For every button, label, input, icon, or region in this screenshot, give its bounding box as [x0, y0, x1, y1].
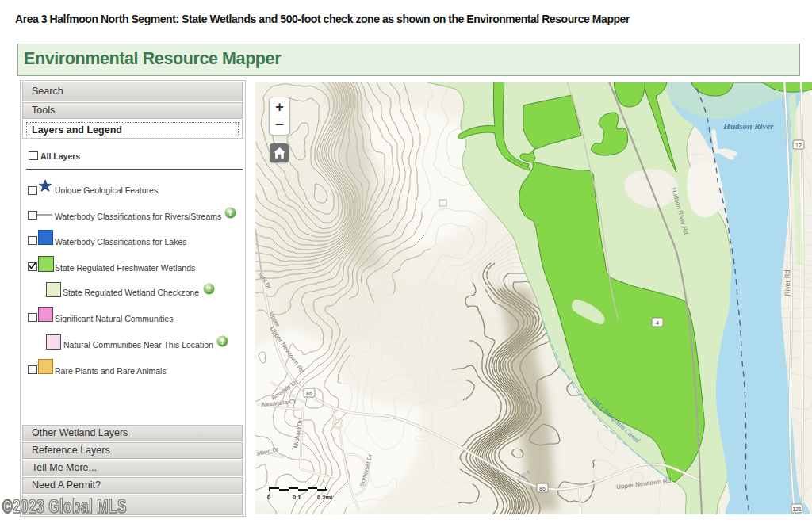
- svg-text:121: 121: [792, 506, 802, 512]
- svg-text:86: 86: [539, 486, 546, 491]
- svg-text:12: 12: [795, 143, 802, 148]
- svg-text:86: 86: [306, 391, 312, 396]
- svg-text:4: 4: [656, 320, 659, 326]
- svg-text:Hudson River: Hudson River: [722, 121, 774, 131]
- svg-text:River Rd: River Rd: [783, 269, 791, 296]
